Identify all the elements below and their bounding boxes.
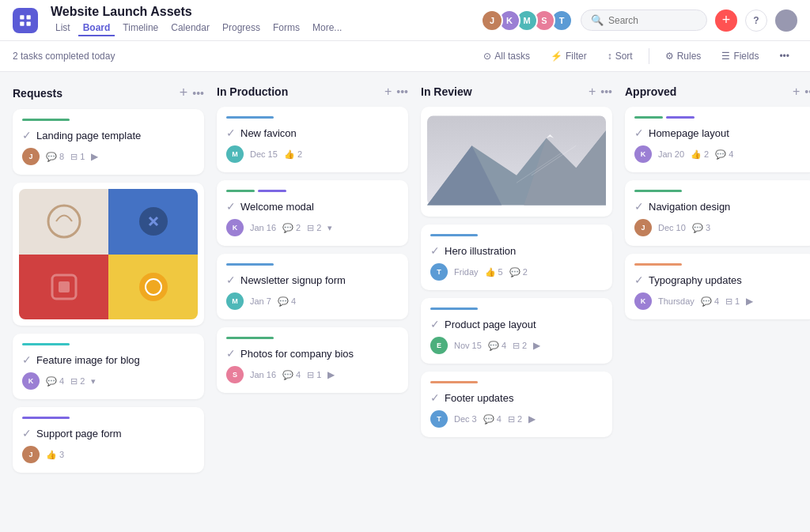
col-title-approved: Approved [625,85,676,98]
card-title: ✓ Hero illustration [430,244,603,257]
check-icon: ✓ [22,427,32,440]
column-requests: Requests + ••• ✓ Landing page template J… [13,85,204,509]
subtask-count: ⊟ 1 [725,296,740,307]
like-count: 👍 5 [485,267,503,277]
card-title: ✓ Feature image for blog [22,353,195,366]
date: Dec 15 [250,149,278,159]
date: Nov 15 [454,341,482,350]
card-meta: K Jan 20 👍 2 💬 4 [634,145,807,163]
card-meta: K 💬 4 ⊟ 2 ▾ [22,372,195,390]
card-bar [430,308,478,310]
rules-button[interactable]: ⚙ Rules [657,47,710,65]
help-button[interactable]: ? [745,9,767,32]
check-icon: ✓ [634,126,644,139]
user-avatar[interactable] [775,9,797,32]
search-icon: 🔍 [591,14,604,26]
svg-point-4 [48,206,80,237]
check-icon: ✓ [22,129,32,141]
card-bar-2 [666,116,695,119]
svg-rect-3 [27,21,31,25]
date: Jan 16 [250,223,276,232]
filter-icon: ⚡ [551,51,562,62]
check-icon: ✓ [226,274,236,286]
tab-calendar[interactable]: Calendar [166,21,214,36]
tab-timeline[interactable]: Timeline [118,21,163,36]
subtask-count: ⊟ 2 [508,414,522,424]
check-icon: ✓ [226,347,236,360]
add-button[interactable]: + [715,9,737,32]
card-meta: J Dec 10 💬 3 [634,219,807,236]
col-header-requests: Requests + ••• [13,85,204,101]
card-landing-page-template: ✓ Landing page template J 💬 8 ⊟ 1 ▶ [13,109,204,175]
tab-list[interactable]: List [51,21,75,36]
add-card-icon[interactable]: + [793,85,800,99]
card-photos-company-bios: ✓ Photos for company bios S Jan 16 💬 4 ⊟… [217,327,408,393]
dropdown-icon[interactable]: ▾ [91,376,96,387]
like-count: 👍 2 [691,149,709,160]
rules-icon: ⚙ [665,51,674,62]
date: Friday [454,267,479,277]
app-icon [13,8,38,33]
fields-button[interactable]: ☰ Fields [713,47,766,65]
col-menu-icon[interactable]: ••• [192,87,204,100]
add-card-icon[interactable]: + [180,85,188,101]
card-bar-2 [258,190,286,192]
avatar: E [430,337,448,354]
card-meta: E Nov 15 💬 4 ⊟ 2 ▶ [430,337,603,354]
card-bar [430,381,478,383]
tab-more[interactable]: More... [308,21,346,36]
dropdown-icon[interactable]: ▾ [327,223,332,233]
avatar: J [22,148,40,165]
arrow-icon[interactable]: ▶ [327,369,335,380]
search-box[interactable]: 🔍 [581,9,707,31]
filter-button[interactable]: ⚡ Filter [543,47,595,65]
col-menu-icon[interactable]: ••• [396,85,408,98]
check-icon: ✓ [430,391,440,404]
card-bar-1 [634,116,663,119]
search-input[interactable] [608,15,697,26]
more-options-button[interactable]: ••• [771,47,797,65]
card-title: ✓ Product page layout [430,318,603,330]
arrow-icon[interactable]: ▶ [91,151,98,162]
date: Jan 7 [250,296,271,306]
comment-count: 💬 3 [692,223,710,233]
col-actions-requests: + ••• [180,85,204,101]
add-card-icon[interactable]: + [589,85,596,99]
header-right: J K M S T 🔍 + ? [486,9,797,32]
date: Dec 3 [454,414,477,424]
team-avatars: J K M S T [486,9,573,32]
card-hero-illustration: ✓ Hero illustration T Friday 👍 5 💬 2 [421,224,612,290]
svg-rect-2 [20,21,24,25]
card-typography-updates: ✓ Typography updates K Thursday 💬 4 ⊟ 1 … [625,254,810,319]
img-quad-1 [19,189,108,255]
check-icon: ✓ [226,200,236,213]
toolbar-divider [649,48,649,64]
avatar: K [634,145,652,163]
img-quad-2 [108,189,198,255]
like-count: 👍 2 [284,149,302,160]
add-card-icon[interactable]: + [384,85,392,99]
card-bar [634,263,682,266]
col-menu-icon[interactable]: ••• [804,85,810,98]
col-actions-approved: + ••• [793,85,810,99]
arrow-icon[interactable]: ▶ [528,413,536,424]
arrow-icon[interactable]: ▶ [533,340,540,351]
card-meta: K Thursday 💬 4 ⊟ 1 ▶ [634,292,807,310]
mountain-image [427,113,606,208]
card-bar [22,343,70,345]
tab-board[interactable]: Board [78,21,115,36]
completed-today: 2 tasks completed today [13,51,115,62]
comment-count: 💬 4 [488,341,506,351]
arrow-icon[interactable]: ▶ [746,296,753,307]
all-tasks-button[interactable]: ⊙ All tasks [475,47,538,65]
card-title: ✓ Newsletter signup form [226,274,399,286]
card-meta: T Dec 3 💬 4 ⊟ 2 ▶ [430,410,603,428]
card-bar [226,263,274,266]
sort-button[interactable]: ↕ Sort [600,47,641,65]
card-bar [226,116,274,119]
comment-count: 💬 2 [509,267,528,277]
tab-forms[interactable]: Forms [268,21,305,36]
tab-progress[interactable]: Progress [218,21,265,36]
avatar-1: J [481,9,503,32]
col-menu-icon[interactable]: ••• [600,85,612,98]
